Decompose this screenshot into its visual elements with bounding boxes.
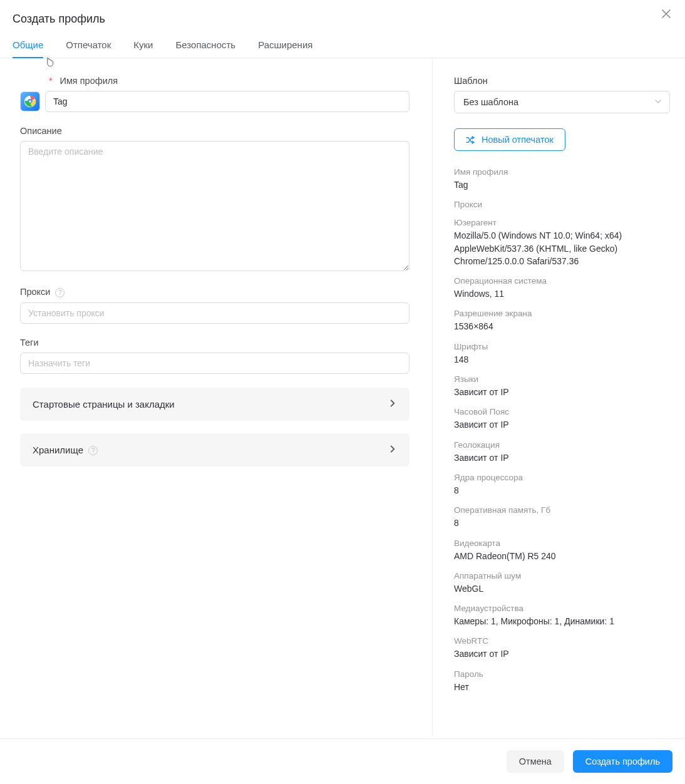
info-label: Оперативная память, Гб [454,505,670,515]
chevron-down-icon [654,97,662,107]
new-fingerprint-button[interactable]: Новый отпечаток [454,128,565,151]
required-asterisk: * [49,76,52,86]
info-block: ЯзыкиЗависит от IP [454,374,670,398]
info-value: WebGL [454,582,670,595]
tabs: Общие Отпечаток Куки Безопасность Расшир… [0,34,685,58]
template-label: Шаблон [454,76,670,86]
help-icon[interactable]: ? [88,446,98,455]
info-value: 8 [454,517,670,529]
info-label: Прокси [454,200,670,209]
browser-icon [23,95,37,108]
modal-footer: Отмена Создать профиль [0,738,685,784]
info-block: Аппаратный шумWebGL [454,571,670,595]
info-label: Пароль [454,669,670,679]
info-block: WebRTCЗависит от IP [454,636,670,660]
collapse-storage[interactable]: Хранилище ? [20,433,409,467]
cancel-button[interactable]: Отмена [507,750,564,773]
info-label: Видеокарта [454,539,670,548]
tab-general[interactable]: Общие [13,34,43,58]
new-fingerprint-label: Новый отпечаток [482,135,554,145]
info-block: ЮзерагентMozilla/5.0 (Windows NT 10.0; W… [454,218,670,267]
tab-fingerprint[interactable]: Отпечаток [66,34,111,58]
info-block: Разрешение экрана1536×864 [454,309,670,333]
info-label: Языки [454,374,670,384]
info-label: WebRTC [454,636,670,646]
info-label: Ядра процессора [454,473,670,482]
info-block: МедиаустройстваКамеры: 1, Микрофоны: 1, … [454,604,670,627]
info-label: Шрифты [454,342,670,351]
tab-security[interactable]: Безопасность [175,34,235,58]
info-block: Операционная системаWindows, 11 [454,276,670,300]
info-block: Имя профиляTag [454,167,670,191]
tab-extensions[interactable]: Расширения [258,34,312,58]
proxy-label: Прокси ? [20,287,409,297]
info-value: 8 [454,484,670,497]
close-icon [661,9,671,19]
template-value: Без шаблона [463,97,518,107]
collapse-start-title: Стартовые страницы и закладки [33,399,175,410]
info-label: Аппаратный шум [454,571,670,580]
tags-label: Теги [20,338,409,348]
collapse-start-pages[interactable]: Стартовые страницы и закладки [20,388,409,421]
info-label: Геолокация [454,440,670,450]
shuffle-icon [466,135,475,145]
template-select[interactable]: Без шаблона [454,91,670,113]
description-label: Описание [20,126,409,136]
info-value: Mozilla/5.0 (Windows NT 10.0; Win64; x64… [454,229,670,267]
info-label: Юзерагент [454,218,670,227]
info-value: Зависит от IP [454,386,670,398]
info-block: Часовой ПоясЗависит от IP [454,407,670,431]
info-label: Медиаустройства [454,604,670,613]
tags-input[interactable] [20,353,409,374]
info-label: Часовой Пояс [454,407,670,416]
info-value: Зависит от IP [454,418,670,431]
info-value: 148 [454,353,670,366]
info-block: Шрифты148 [454,342,670,366]
proxy-input[interactable] [20,302,409,324]
help-icon[interactable]: ? [55,288,64,297]
chevron-right-icon [388,445,397,455]
tab-cookies[interactable]: Куки [133,34,153,58]
info-value: Зависит от IP [454,647,670,660]
info-value: Tag [454,178,670,191]
info-block: ПарольНет [454,669,670,693]
info-value: Windows, 11 [454,287,670,300]
info-value: Зависит от IP [454,451,670,464]
info-block: Оперативная память, Гб8 [454,505,670,529]
info-block: Прокси [454,200,670,209]
submit-button[interactable]: Создать профиль [573,750,672,773]
profile-avatar[interactable] [20,91,40,111]
info-label: Разрешение экрана [454,309,670,318]
info-label: Имя профиля [454,167,670,177]
name-label: Имя профиля [59,76,118,86]
collapse-storage-title: Хранилище ? [33,445,98,456]
info-value: Камеры: 1, Микрофоны: 1, Динамики: 1 [454,615,670,627]
info-label: Операционная система [454,276,670,286]
description-textarea[interactable] [20,141,409,271]
info-value: AMD Radeon(TM) R5 240 [454,550,670,562]
chevron-right-icon [388,399,397,410]
modal-title: Создать профиль [13,13,672,26]
info-value: Нет [454,681,670,693]
profile-name-input[interactable] [45,91,409,112]
close-button[interactable] [661,9,674,21]
info-block: Ядра процессора8 [454,473,670,497]
info-block: ГеолокацияЗависит от IP [454,440,670,464]
info-block: ВидеокартаAMD Radeon(TM) R5 240 [454,539,670,562]
info-value: 1536×864 [454,320,670,333]
